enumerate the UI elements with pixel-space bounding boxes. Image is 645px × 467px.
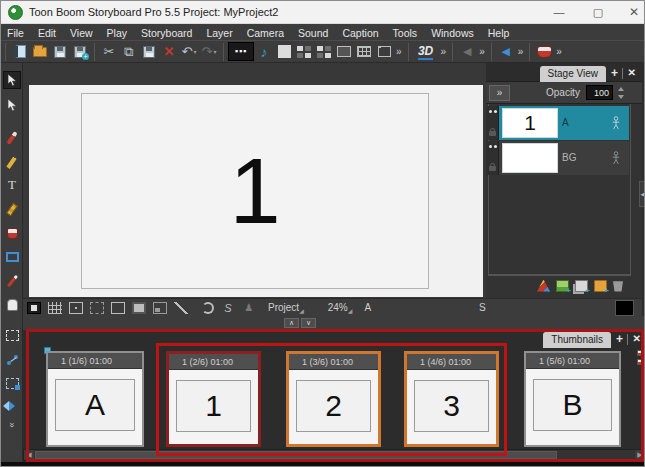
previous-frame-button[interactable]: ◀ [457, 42, 477, 61]
layer-toggles[interactable] [486, 106, 499, 140]
project-scope-dropdown[interactable]: Project [268, 302, 299, 313]
add-vector-layer-button[interactable] [537, 280, 550, 292]
menu-item-sound[interactable]: Sound [298, 27, 328, 39]
layer-name[interactable]: BG [562, 152, 576, 163]
overflow-chevron-icon[interactable]: » [518, 46, 524, 57]
menu-item-help[interactable]: Help [488, 27, 510, 39]
undo-dropdown-icon[interactable]: ▾ [193, 48, 196, 55]
flip-tool[interactable] [3, 397, 21, 415]
lock-icon[interactable] [489, 166, 496, 171]
drag-select-tool[interactable] [3, 374, 21, 392]
layer-row-bg[interactable]: BG [486, 141, 629, 175]
eraser-tool[interactable] [3, 200, 21, 218]
current-frame-icon[interactable] [132, 302, 146, 314]
select-tool[interactable] [3, 71, 21, 89]
save-button[interactable] [50, 42, 70, 61]
storyboard-panel-2-current[interactable]: 1 (2/6) 01:00 1 [166, 351, 261, 447]
minimize-button[interactable]: — [544, 1, 574, 23]
close-button[interactable]: ✕ [619, 1, 645, 23]
split-view-button[interactable] [314, 42, 334, 61]
overlay-toggle-icon[interactable] [27, 302, 41, 314]
puppet-icon[interactable] [611, 151, 621, 169]
collapse-panel-button[interactable]: ◀ [639, 181, 645, 207]
menu-item-layer[interactable]: Layer [206, 27, 232, 39]
menu-item-storyboard[interactable]: Storyboard [141, 27, 192, 39]
paste-button[interactable] [139, 42, 159, 61]
panel-header[interactable]: 1 (5/6) 01:00 [526, 353, 619, 369]
layer-thumbnail[interactable] [502, 143, 558, 173]
scrollbar-thumb[interactable] [35, 451, 557, 459]
tools-overflow-button[interactable]: » [3, 420, 21, 430]
add-view-button[interactable]: + [611, 66, 618, 80]
scroll-right-button[interactable]: ▶ [635, 450, 645, 460]
eye-icon[interactable] [489, 110, 492, 113]
drawing-area[interactable]: 1 [29, 85, 483, 297]
splitter-down-button[interactable]: ∨ [301, 318, 316, 328]
open-button[interactable] [30, 42, 50, 61]
pencil-tool[interactable] [3, 153, 21, 171]
current-color-swatch[interactable] [615, 300, 634, 316]
rectangle-tool[interactable] [3, 248, 21, 266]
panel-view-button[interactable]: ▪▪▪ [228, 42, 254, 61]
contour-editor-tool[interactable] [3, 351, 21, 369]
camera-frame[interactable]: 1 [81, 93, 429, 289]
panel-thumbnail[interactable]: 1 [176, 380, 251, 432]
storyboard-panel-5[interactable]: 1 (5/6) 01:00 B [524, 351, 621, 447]
cut-button[interactable]: ✂ [99, 42, 119, 61]
text-tool[interactable]: T [3, 176, 21, 194]
opacity-value-field[interactable]: 100 [586, 85, 613, 100]
sound-view-button[interactable]: ♪ [254, 42, 274, 61]
menu-item-camera[interactable]: Camera [247, 27, 284, 39]
splitter-up-button[interactable]: ∧ [284, 318, 299, 328]
transform-tool[interactable] [3, 96, 21, 114]
menu-item-file[interactable]: File [7, 27, 24, 39]
menu-item-edit[interactable]: Edit [38, 27, 56, 39]
redo-button[interactable]: ↷▾ [199, 42, 219, 61]
tab-stage-view[interactable]: Stage View [540, 66, 606, 82]
single-panel-view-button[interactable] [334, 42, 354, 61]
storyboard-panel-4-selected[interactable]: 1 (4/6) 01:00 3 [404, 351, 499, 447]
horizontal-splitter[interactable]: ∧ ∨ [23, 316, 645, 330]
new-project-button[interactable] [10, 42, 30, 61]
add-view-button[interactable]: + [616, 332, 623, 346]
add-bitmap-layer-button[interactable] [556, 280, 569, 292]
layer-toggles[interactable] [486, 141, 499, 175]
3d-toggle-button[interactable]: 3D [413, 42, 439, 61]
panel-thumbnail[interactable]: B [533, 379, 612, 431]
delete-button[interactable]: ✕ [159, 42, 179, 61]
paint-tool[interactable] [3, 224, 21, 242]
thumbnails-grid-button[interactable] [274, 42, 294, 61]
panel-header[interactable]: 1 (4/6) 01:00 [407, 354, 496, 370]
storyboard-panel-3-selected[interactable]: 1 (3/6) 01:00 2 [286, 351, 381, 447]
undo-button[interactable]: ↶▾ [179, 42, 199, 61]
camera-mask-icon[interactable] [90, 302, 104, 314]
playback-button[interactable]: ◀ [496, 42, 516, 61]
layer-name[interactable]: A [562, 117, 569, 128]
reset-view-icon[interactable]: S [221, 302, 235, 314]
overflow-chevron-icon[interactable]: » [396, 46, 402, 57]
menu-item-play[interactable]: Play [107, 27, 127, 39]
overflow-chevron-icon[interactable]: » [479, 46, 485, 57]
expand-panel-button[interactable]: » [489, 85, 510, 101]
overflow-chevron-icon[interactable]: » [441, 46, 447, 57]
hand-tool[interactable] [3, 296, 21, 314]
panel-header[interactable]: 1 (3/6) 01:00 [289, 354, 378, 370]
overflow-chevron-icon[interactable]: » [556, 46, 562, 57]
export-view-button[interactable] [374, 42, 394, 61]
menu-item-caption[interactable]: Caption [342, 27, 378, 39]
close-view-button[interactable]: ✕ [633, 333, 641, 344]
menu-item-tools[interactable]: Tools [393, 27, 418, 39]
panel-thumbnail[interactable]: 2 [296, 380, 371, 432]
opacity-spinner[interactable] [617, 87, 625, 99]
delete-layer-button[interactable] [613, 280, 623, 292]
horizontal-scrollbar[interactable]: ◀ ▶ [23, 449, 645, 461]
marquee-select-tool[interactable] [3, 326, 21, 344]
duplicate-layer-button[interactable] [575, 280, 588, 292]
close-view-button[interactable]: ✕ [628, 67, 636, 78]
timeline-view-button[interactable] [354, 42, 374, 61]
rotate-view-icon[interactable] [202, 302, 214, 314]
grid-toggle-icon[interactable] [48, 302, 62, 314]
copy-button[interactable]: ⧉ [119, 42, 139, 61]
puppet-icon[interactable] [611, 116, 621, 134]
layer-thumbnail[interactable]: 1 [502, 108, 558, 138]
